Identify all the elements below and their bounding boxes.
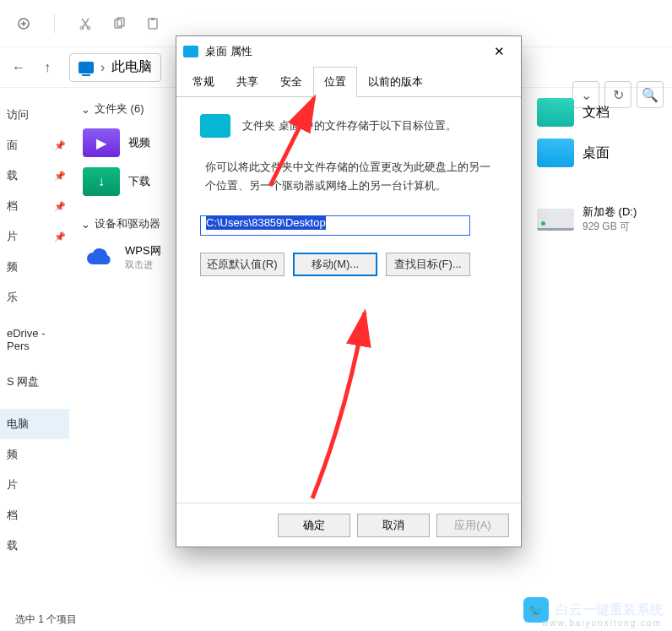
sidebar-item[interactable]: 片📌: [0, 221, 69, 252]
sidebar-item[interactable]: 载: [0, 530, 69, 561]
dialog-icon: [183, 46, 198, 57]
sidebar-item[interactable]: 档: [0, 500, 69, 530]
chevron-down-icon: ⌄: [81, 220, 89, 228]
close-button[interactable]: ✕: [484, 40, 514, 63]
apply-button[interactable]: 应用(A): [436, 514, 509, 537]
sidebar: 访问 面📌 载📌 档📌 片📌 频 乐 eDrive - Pers S 网盘 电脑…: [0, 88, 69, 604]
watermark: 🐦 白云一键重装系统 www.baiyunxitong.com: [523, 597, 664, 623]
up-button[interactable]: ↑: [35, 56, 59, 79]
sidebar-item[interactable]: 片: [0, 470, 69, 500]
tab-general[interactable]: 常规: [182, 67, 225, 97]
sidebar-item[interactable]: 频: [0, 439, 69, 470]
sidebar-item[interactable]: 载📌: [0, 160, 69, 191]
dialog-title: 桌面 属性: [205, 44, 484, 59]
pin-icon: 📌: [54, 231, 66, 242]
sidebar-item[interactable]: 乐: [0, 282, 69, 313]
tab-previous[interactable]: 以前的版本: [357, 67, 434, 97]
tabs: 常规 共享 安全 位置 以前的版本: [176, 67, 521, 97]
pin-icon: 📌: [54, 201, 66, 212]
desktop-folder-icon: [537, 139, 574, 167]
breadcrumb[interactable]: › 此电脑: [69, 53, 161, 82]
sidebar-item[interactable]: 面📌: [0, 130, 69, 160]
download-folder-icon: ↓: [83, 167, 120, 196]
breadcrumb-label: 此电脑: [111, 58, 152, 76]
ok-button[interactable]: 确定: [278, 514, 350, 537]
documents-folder-icon: [537, 98, 574, 127]
description-text: 你可以将此文件夹中文件存储的位置更改为此硬盘上的另一个位置、另一个驱动器或网络上…: [205, 158, 497, 195]
drive-icon: [537, 209, 574, 231]
cloud-icon: [83, 245, 117, 270]
pc-icon: [79, 62, 94, 73]
header-text: 文件夹 桌面 中的文件存储于以下目标位置。: [242, 118, 457, 133]
folder-desktop[interactable]: 桌面: [537, 139, 672, 167]
drive-d[interactable]: 新加卷 (D:) 929 GB 可: [537, 204, 672, 234]
cut-icon[interactable]: [77, 15, 94, 32]
cancel-button[interactable]: 取消: [357, 514, 430, 537]
svg-rect-6: [151, 18, 154, 20]
sidebar-item-pc[interactable]: 电脑: [0, 409, 69, 439]
sidebar-item-onedrive[interactable]: eDrive - Pers: [0, 324, 69, 355]
pin-icon: 📌: [54, 140, 66, 151]
find-target-button[interactable]: 查找目标(F)...: [386, 253, 470, 276]
sidebar-item-wps[interactable]: S 网盘: [0, 367, 69, 397]
sidebar-item[interactable]: 频: [0, 252, 69, 282]
move-button[interactable]: 移动(M)...: [293, 253, 377, 276]
tab-security[interactable]: 安全: [269, 67, 313, 97]
path-input[interactable]: C:\Users\83859\Desktop: [200, 215, 470, 236]
video-folder-icon: ▶: [83, 128, 120, 157]
properties-dialog: 桌面 属性 ✕ 常规 共享 安全 位置 以前的版本 文件夹 桌面 中的文件存储于…: [176, 35, 522, 547]
new-icon[interactable]: [15, 15, 32, 32]
folder-big-icon: [200, 114, 230, 138]
chevron-down-icon: ⌄: [81, 105, 89, 113]
tab-sharing[interactable]: 共享: [225, 67, 269, 97]
pin-icon: 📌: [54, 171, 66, 182]
tab-location[interactable]: 位置: [313, 67, 357, 97]
restore-default-button[interactable]: 还原默认值(R): [200, 253, 285, 276]
sidebar-item[interactable]: 访问: [0, 100, 69, 130]
copy-icon[interactable]: [111, 15, 127, 32]
paste-icon[interactable]: [144, 15, 161, 32]
sidebar-item[interactable]: 档📌: [0, 191, 69, 221]
folder-documents[interactable]: 文档: [537, 98, 672, 127]
back-button[interactable]: ←: [7, 56, 30, 79]
